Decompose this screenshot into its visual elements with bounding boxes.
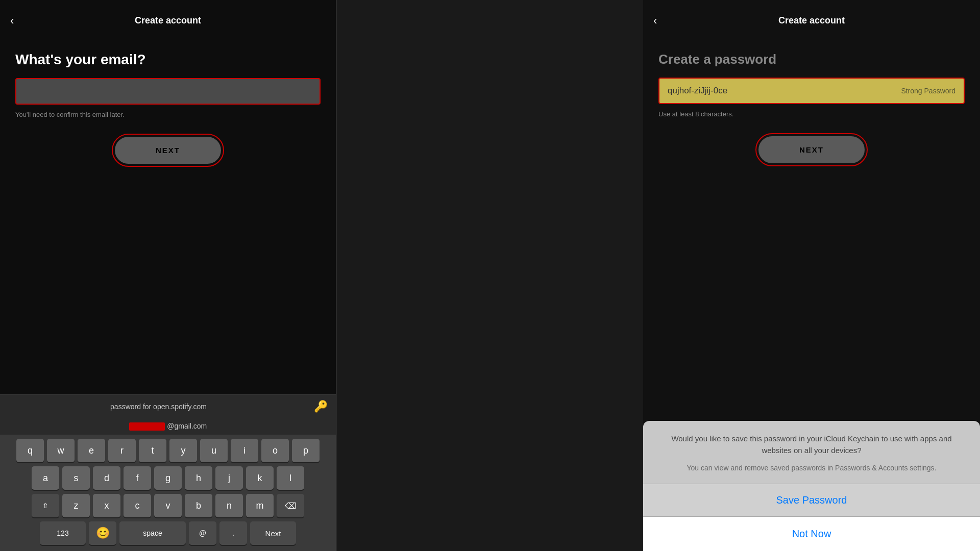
background-gap [337, 0, 643, 551]
keyboard-row-1: q w e r t y u i o p [2, 439, 334, 462]
left-phone-screen: ‹ Create account What's your email? You'… [0, 0, 337, 551]
key-next[interactable]: Next [250, 521, 296, 545]
email-input-box[interactable] [15, 78, 321, 105]
not-now-button[interactable]: Not Now [643, 517, 980, 551]
password-section-title: Create a password [658, 52, 965, 67]
icloud-dialog-title: Would you like to save this password in … [658, 433, 965, 456]
left-header: ‹ Create account [0, 5, 336, 31]
right-phone-screen: ‹ Create account Create a password qujho… [643, 0, 980, 551]
right-header-title: Create account [778, 15, 845, 26]
key-c[interactable]: c [124, 494, 151, 517]
email-hint: You'll need to confirm this email later. [15, 111, 321, 118]
key-i[interactable]: i [231, 439, 258, 462]
key-r[interactable]: r [108, 439, 136, 462]
key-m[interactable]: m [246, 494, 274, 517]
key-123[interactable]: 123 [40, 521, 86, 545]
key-n[interactable]: n [215, 494, 243, 517]
email-redacted [129, 422, 165, 431]
key-l[interactable]: l [277, 466, 304, 490]
email-suggestion: @gmail.com [0, 418, 336, 435]
suggestion-text: password for open.spotify.com [8, 403, 309, 411]
key-x[interactable]: x [93, 494, 120, 517]
keyboard-row-2: a s d f g h j k l [2, 466, 334, 490]
keyboard-rows: q w e r t y u i o p a s d f g h j k [0, 435, 336, 551]
key-b[interactable]: b [185, 494, 212, 517]
key-d[interactable]: d [93, 466, 120, 490]
key-u[interactable]: u [200, 439, 228, 462]
key-delete[interactable]: ⌫ [277, 494, 304, 517]
key-q[interactable]: q [16, 439, 44, 462]
save-password-button[interactable]: Save Password [643, 484, 980, 516]
key-a[interactable]: a [32, 466, 59, 490]
strong-password-label: Strong Password [901, 87, 955, 95]
key-shift[interactable]: ⇧ [32, 494, 59, 517]
key-j[interactable]: j [215, 466, 243, 490]
password-next-button-wrapper: NEXT [658, 133, 965, 166]
key-space[interactable]: space [119, 521, 186, 545]
key-z[interactable]: z [62, 494, 90, 517]
left-header-title: Create account [135, 15, 201, 26]
key-g[interactable]: g [154, 466, 182, 490]
right-back-arrow-icon[interactable]: ‹ [653, 14, 657, 28]
keyboard-area: password for open.spotify.com 🔑 @gmail.c… [0, 394, 336, 551]
email-section-title: What's your email? [15, 52, 321, 68]
key-at[interactable]: @ [189, 521, 216, 545]
key-h[interactable]: h [185, 466, 212, 490]
key-s[interactable]: s [62, 466, 90, 490]
password-hint: Use at least 8 characters. [658, 110, 965, 118]
email-next-button[interactable]: NEXT [115, 137, 221, 164]
key-y[interactable]: y [169, 439, 197, 462]
email-suffix: @gmail.com [167, 422, 207, 430]
next-button-border: NEXT [112, 134, 224, 167]
suggestion-bar: password for open.spotify.com 🔑 [0, 394, 336, 418]
key-emoji[interactable]: 😊 [89, 521, 116, 545]
key-period[interactable]: . [219, 521, 247, 545]
keyboard-row-4: 123 😊 space @ . Next [2, 521, 334, 545]
next-button-wrapper: NEXT [15, 134, 321, 167]
key-icon: 🔑 [314, 400, 328, 413]
password-value: qujhof-ziJjij-0ce [668, 86, 901, 96]
icloud-dialog-subtitle: You can view and remove saved passwords … [658, 463, 965, 473]
password-input-box[interactable]: qujhof-ziJjij-0ce Strong Password [658, 78, 965, 104]
email-input[interactable] [24, 86, 311, 96]
key-t[interactable]: t [139, 439, 166, 462]
icloud-dialog: Would you like to save this password in … [643, 421, 980, 551]
key-k[interactable]: k [246, 466, 274, 490]
key-p[interactable]: p [292, 439, 320, 462]
password-section: Create a password qujhof-ziJjij-0ce Stro… [643, 31, 980, 421]
key-e[interactable]: e [78, 439, 105, 462]
back-arrow-icon[interactable]: ‹ [10, 14, 14, 28]
email-section: What's your email? You'll need to confir… [0, 31, 336, 394]
password-next-button-border: NEXT [755, 133, 868, 166]
right-header: ‹ Create account [643, 5, 980, 31]
key-v[interactable]: v [154, 494, 182, 517]
key-f[interactable]: f [124, 466, 151, 490]
keyboard-row-3: ⇧ z x c v b n m ⌫ [2, 494, 334, 517]
icloud-dialog-content: Would you like to save this password in … [643, 421, 980, 484]
password-next-button[interactable]: NEXT [758, 136, 865, 163]
key-o[interactable]: o [261, 439, 289, 462]
key-w[interactable]: w [47, 439, 75, 462]
